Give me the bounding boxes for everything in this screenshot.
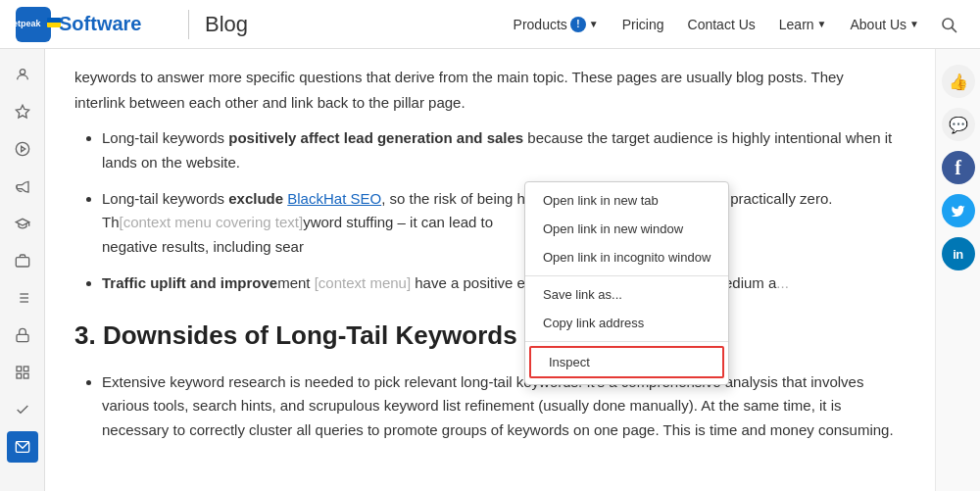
learn-chevron-icon: ▼ [817, 19, 827, 29]
bullet-item-1: Long-tail keywords positively affect lea… [102, 126, 896, 175]
facebook-share-button[interactable]: f [942, 151, 975, 184]
logo-area[interactable]: Netpeak Software [16, 7, 172, 42]
context-open-new-tab[interactable]: Open link in new tab [525, 186, 728, 215]
bullet-item-2: Long-tail keywords exclude BlackHat SEO,… [102, 187, 896, 260]
bullet1-bold: positively affect lead generation and sa… [228, 129, 523, 146]
svg-rect-6 [16, 258, 28, 267]
chat-button[interactable]: 💬 [942, 108, 975, 141]
bullet-item-3: Traffic uplift and improvement [context … [102, 271, 896, 296]
linkedin-share-button[interactable]: in [942, 237, 975, 270]
svg-marker-3 [16, 105, 28, 118]
svg-rect-15 [24, 367, 28, 371]
downside-item-1: Extensive keyword research is needed to … [102, 370, 896, 443]
grid-sidebar-icon[interactable] [7, 357, 38, 388]
nav-products[interactable]: Products ! ▼ [504, 11, 609, 38]
context-menu: Open link in new tab Open link in new wi… [524, 181, 729, 385]
about-chevron-icon: ▼ [909, 19, 919, 29]
graduation-sidebar-icon[interactable] [7, 208, 38, 239]
svg-line-1 [952, 27, 956, 31]
check-sidebar-icon[interactable] [7, 394, 38, 425]
svg-rect-16 [24, 373, 28, 378]
right-sidebar: 👍 💬 f in [935, 49, 980, 491]
lock-sidebar-icon[interactable] [7, 319, 38, 351]
twitter-share-button[interactable] [942, 194, 975, 227]
context-inspect[interactable]: Inspect [529, 346, 724, 378]
nav-links: Products ! ▼ Pricing Contact Us Learn ▼ … [504, 9, 964, 40]
blackhat-seo-link[interactable]: BlackHat SEO [287, 190, 381, 207]
downsides-list: Extensive keyword research is needed to … [74, 370, 896, 443]
intro-paragraph: keywords to answer more specific questio… [74, 65, 896, 115]
top-navigation: Netpeak Software Blog Products ! ▼ Prici… [0, 0, 980, 49]
bullet1-prefix: Long-tail keywords [102, 129, 228, 146]
section-heading-3: 3. Downsides of Long-Tail Keywords [74, 314, 896, 357]
context-save-link[interactable]: Save link as... [525, 280, 728, 309]
play-sidebar-icon[interactable] [7, 133, 38, 165]
main-content: keywords to answer more specific questio… [45, 49, 935, 491]
logo-icon: Netpeak [16, 7, 51, 42]
nav-pricing[interactable]: Pricing [612, 11, 674, 38]
svg-rect-13 [17, 334, 28, 341]
context-menu-divider-2 [525, 341, 728, 342]
svg-rect-14 [17, 367, 22, 371]
mail-sidebar-icon[interactable] [7, 431, 38, 463]
context-open-incognito[interactable]: Open link in incognito window [525, 243, 728, 271]
svg-point-2 [20, 70, 24, 74]
list-sidebar-icon[interactable] [7, 282, 38, 314]
logo-text: Software [59, 13, 141, 35]
star-sidebar-icon[interactable] [7, 96, 38, 127]
context-copy-link[interactable]: Copy link address [525, 309, 728, 337]
thumbs-up-button[interactable]: 👍 [942, 65, 975, 98]
products-chevron-icon: ▼ [589, 19, 599, 29]
briefcase-sidebar-icon[interactable] [7, 245, 38, 276]
blog-label: Blog [205, 12, 248, 37]
context-menu-divider [525, 275, 728, 276]
ukraine-flag-icon [47, 18, 61, 27]
svg-point-4 [16, 142, 28, 155]
content-body: keywords to answer more specific questio… [74, 65, 896, 443]
nav-learn[interactable]: Learn ▼ [769, 11, 837, 38]
user-sidebar-icon[interactable] [7, 59, 38, 90]
context-open-new-window[interactable]: Open link in new window [525, 215, 728, 243]
svg-rect-17 [17, 373, 22, 378]
svg-marker-5 [21, 146, 24, 151]
nav-about[interactable]: About Us ▼ [841, 11, 930, 38]
nav-divider [188, 10, 189, 39]
left-sidebar [0, 49, 45, 491]
products-notification-badge: ! [570, 17, 586, 32]
nav-contact[interactable]: Contact Us [678, 11, 765, 38]
bullet-list: Long-tail keywords positively affect lea… [74, 126, 896, 296]
search-button[interactable] [933, 9, 964, 40]
megaphone-sidebar-icon[interactable] [7, 171, 38, 202]
